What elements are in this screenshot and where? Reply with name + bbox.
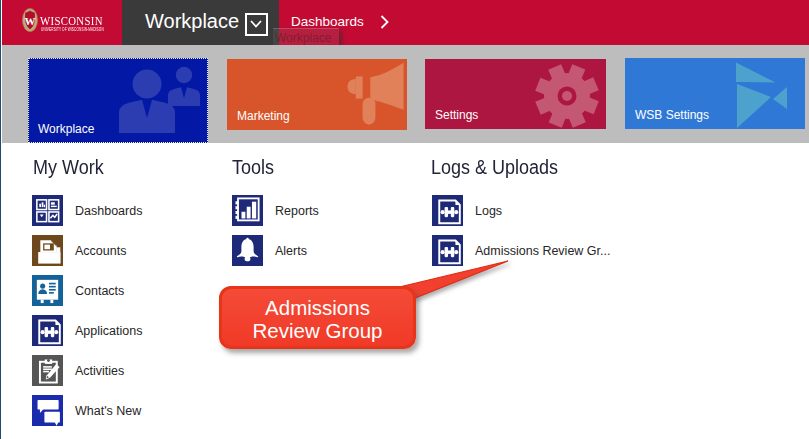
svg-text:W: W [25,15,36,27]
